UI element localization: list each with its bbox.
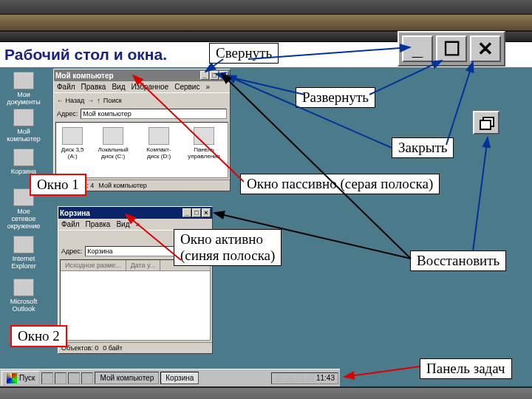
menu-item[interactable]: Правка (86, 220, 111, 228)
minimize-button[interactable]: _ (200, 71, 209, 80)
desktop-icon-trash[interactable]: Корзина (6, 149, 41, 175)
callout-taskbar: Панель задач (420, 358, 512, 379)
address-label: Адрес: (61, 248, 82, 255)
ql-icon[interactable] (81, 372, 93, 384)
page-title: Рабочий стол и окна. (4, 46, 167, 64)
column-header[interactable]: Дата у... (126, 260, 161, 270)
titlebar-active[interactable]: Корзина _ □ × (58, 207, 212, 219)
menubar[interactable]: Файл Правка Вид » (58, 219, 212, 230)
quick-launch[interactable] (41, 372, 93, 384)
desktop-icon-ie[interactable]: Internet Explorer (6, 236, 41, 270)
tray-icon[interactable] (275, 374, 284, 383)
restore-icon (480, 117, 493, 129)
windows-logo-icon (7, 373, 17, 383)
callout-active: Окно активно (синяя полоска) (174, 229, 282, 266)
callout-close: Закрыть (392, 137, 454, 158)
ql-icon[interactable] (41, 372, 53, 384)
back-button[interactable]: ← Назад (57, 97, 84, 104)
maximize-button[interactable]: □ (192, 208, 201, 217)
drive-c-icon[interactable]: Локальный диск (C:) (93, 127, 132, 173)
window-body[interactable]: Исходное разме... Дата у... (60, 259, 211, 341)
big-maximize-button[interactable]: ☐ (436, 35, 467, 62)
forward-button[interactable]: → (87, 97, 94, 104)
tray-icon[interactable] (285, 374, 294, 383)
menu-item[interactable]: Правка (81, 83, 106, 91)
start-button[interactable]: Пуск (1, 371, 40, 386)
taskbar-item-trash[interactable]: Корзина (160, 372, 199, 384)
big-close-button[interactable]: ✕ (470, 35, 501, 62)
menu-item[interactable]: Избранное (131, 83, 168, 91)
column-header[interactable]: Исходное разме... (61, 260, 126, 270)
callout-restore: Восстановить (410, 250, 506, 271)
start-label: Пуск (19, 374, 35, 382)
icon-label: Microsoft Outlook (10, 298, 38, 313)
search-button[interactable]: Поиск (103, 97, 122, 104)
system-tray[interactable]: 11:43 (271, 372, 338, 384)
up-button[interactable]: ↑ (97, 97, 100, 104)
close-button[interactable]: × (202, 208, 211, 217)
icon-label: Internet Explorer (11, 255, 36, 270)
menu-item[interactable]: » (205, 83, 210, 91)
callout-window2: Окно 2 (10, 325, 67, 347)
menu-item[interactable]: Вид (112, 83, 125, 91)
toolbar[interactable]: ← Назад → ↑ Поиск (54, 92, 230, 107)
ql-icon[interactable] (68, 372, 80, 384)
menu-item[interactable]: Вид (116, 220, 129, 228)
close-button[interactable]: × (219, 71, 228, 80)
big-minimize-button[interactable]: _ (402, 35, 433, 62)
address-input[interactable] (81, 109, 227, 119)
menu-item[interactable]: » (135, 220, 140, 228)
menu-item[interactable]: Файл (57, 83, 75, 91)
menubar[interactable]: Файл Правка Вид Избранное Сервис » (54, 81, 230, 92)
big-window-buttons: _ ☐ ✕ (398, 31, 505, 66)
maximize-button[interactable]: □ (210, 71, 219, 80)
titlebar-passive[interactable]: Мой компьютер _ □ × (54, 69, 230, 81)
tray-icon[interactable] (296, 374, 304, 383)
window-recycle-bin[interactable]: Корзина _ □ × Файл Правка Вид » Адрес: П… (58, 206, 213, 354)
callout-window1: Окно 1 (30, 174, 86, 196)
status-bar: Объектов: 00 байт (58, 342, 212, 353)
big-restore-button[interactable] (473, 111, 499, 134)
address-label: Адрес: (57, 110, 78, 117)
window-title: Корзина (60, 209, 90, 217)
clock: 11:43 (316, 374, 335, 382)
address-input[interactable] (85, 246, 180, 256)
window-body[interactable]: Диск 3,5 (A:) Локальный диск (C:) Компак… (55, 122, 228, 178)
minimize-button[interactable]: _ (183, 208, 191, 217)
callout-minimize: Свернуть (209, 43, 279, 64)
drive-a-icon[interactable]: Диск 3,5 (A:) (61, 127, 84, 173)
control-panel-icon[interactable]: Панель управления (185, 127, 223, 173)
menu-item[interactable]: Файл (61, 220, 80, 228)
desktop-icon-docs[interactable]: Мои документы (6, 72, 41, 106)
icon-label: Мое сетевое окружение (7, 208, 40, 230)
taskbar[interactable]: Пуск Мой компьютер Корзина 11:43 (0, 369, 340, 386)
desktop-icon-computer[interactable]: Мой компьютер (6, 109, 41, 143)
taskbar-item-computer[interactable]: Мой компьютер (95, 372, 159, 384)
callout-passive: Окно пассивно (серая полоска) (240, 174, 440, 194)
icon-label: Мои документы (7, 91, 40, 106)
window-title: Мой компьютер (55, 72, 114, 80)
callout-maximize: Развернуть (296, 87, 375, 108)
menu-item[interactable]: Сервис (174, 83, 200, 91)
drive-d-icon[interactable]: Компакт-диск (D:) (142, 127, 176, 173)
icon-label: Мой компьютер (7, 128, 40, 143)
ql-icon[interactable] (55, 372, 66, 384)
tray-icon[interactable] (306, 374, 315, 383)
desktop-icon-outlook[interactable]: Microsoft Outlook (6, 279, 41, 313)
